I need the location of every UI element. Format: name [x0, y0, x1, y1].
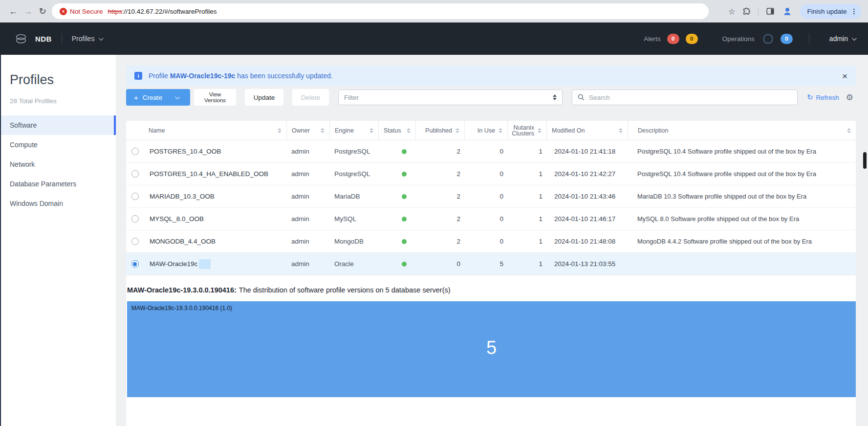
create-button[interactable]: + Create	[126, 89, 190, 106]
header-in-use[interactable]: In Use	[464, 121, 507, 140]
sort-icon[interactable]	[499, 128, 502, 133]
row-radio[interactable]	[131, 170, 139, 178]
alerts-critical-badge[interactable]: 0	[667, 34, 679, 44]
browser-profile-avatar[interactable]	[782, 6, 793, 17]
scrollbar-thumb[interactable]	[863, 152, 867, 169]
table-row[interactable]: POSTGRES_10.4_HA_ENABLED_OOB admin Postg…	[126, 163, 856, 185]
address-bar[interactable]: × Not Secure https://10.42.67.22/#/softw…	[52, 3, 709, 19]
side-panel-icon[interactable]	[766, 7, 775, 16]
description-cell: MongoDB 4.4.2 Software profile shipped o…	[628, 230, 856, 252]
update-button[interactable]: Update	[245, 89, 283, 106]
modified-on-cell: 2024-01-10 21:41:18	[546, 140, 628, 162]
browser-back-icon[interactable]: ←	[6, 6, 21, 17]
delete-button[interactable]: Delete	[292, 89, 329, 106]
view-versions-button[interactable]: View Versions	[194, 89, 236, 106]
engine-cell: PostgreSQL	[329, 163, 378, 185]
banner-close-icon[interactable]: ×	[842, 71, 847, 81]
row-radio[interactable]	[131, 238, 139, 245]
sidebar-item-compute[interactable]: Compute	[0, 135, 116, 155]
row-radio[interactable]	[131, 260, 139, 268]
sidebar-item-windows-domain[interactable]: Windows Domain	[0, 194, 116, 213]
banner-prefix: Profile	[149, 72, 168, 80]
status-dot	[402, 239, 407, 244]
user-menu[interactable]: admin	[829, 35, 855, 43]
navbar-divider	[62, 33, 62, 44]
name-cell: POSTGRES_10.4_OOB	[144, 140, 286, 162]
table-row[interactable]: POSTGRES_10.4_OOB admin PostgreSQL 2 0 1…	[126, 140, 856, 163]
app-navbar: NDB Profiles Alerts 0 0 Operations 0 adm…	[0, 22, 868, 55]
not-secure-chip[interactable]: × Not Secure	[60, 8, 103, 15]
operations-badge[interactable]: 0	[781, 34, 793, 44]
profile-name: MYSQL_8.0_OOB	[150, 215, 204, 223]
name-cell: MARIADB_10.3_OOB	[144, 185, 286, 207]
name-cell: MAW-Oracle19c	[144, 253, 286, 275]
sidebar-item-label: Network	[10, 160, 35, 168]
profile-name: MONGODB_4.4_OOB	[150, 238, 216, 245]
status-cell	[378, 140, 415, 162]
chevron-down-icon	[852, 36, 857, 41]
sort-icon[interactable]	[369, 128, 373, 133]
filter-select[interactable]: Filter	[338, 90, 563, 105]
row-radio[interactable]	[131, 215, 139, 223]
table-row[interactable]: MONGODB_4.4_OOB admin MongoDB 2 0 1 2024…	[126, 230, 856, 253]
table-row[interactable]: MYSQL_8.0_OOB admin MySQL 2 0 1 2024-01-…	[126, 208, 856, 230]
modified-on-cell: 2024-01-10 21:43:46	[546, 185, 628, 207]
extensions-icon[interactable]	[742, 7, 751, 16]
view-versions-line2: Versions	[204, 97, 226, 103]
browser-reload-icon[interactable]: ↻	[35, 6, 50, 17]
sort-icon[interactable]	[847, 128, 851, 133]
chart-block-label: MAW-Oracle19c-19.3.0.0.190416 (1.0)	[131, 305, 232, 312]
status-cell	[378, 208, 415, 230]
row-radio[interactable]	[131, 148, 139, 155]
description-cell	[628, 253, 856, 275]
sort-icon[interactable]	[278, 128, 282, 133]
sort-icon[interactable]	[456, 128, 459, 133]
header-nutanix-clusters[interactable]: NutanixClusters	[507, 121, 546, 140]
table-header-row: Name Owner Engine Status Published	[126, 121, 856, 140]
row-radio[interactable]	[131, 193, 139, 200]
operations-progress-ring[interactable]	[763, 34, 773, 44]
in-use-cell: 0	[464, 185, 507, 207]
header-modified-on[interactable]: Modified On	[546, 121, 628, 140]
profiles-count: 28 Total Profiles	[0, 88, 116, 115]
browser-forward-icon[interactable]: →	[21, 6, 35, 17]
version-detail-section: MAW-Oracle19c-19.3.0.0.190416:The distri…	[126, 275, 856, 397]
profile-name: MAW-Oracle19c	[150, 260, 197, 268]
chevron-down-icon[interactable]	[175, 94, 180, 99]
alerts-warning-badge[interactable]: 0	[686, 34, 698, 44]
refresh-button[interactable]: ↻ Refresh	[807, 93, 839, 102]
sort-icon[interactable]	[321, 128, 325, 133]
bookmark-star-icon[interactable]: ☆	[728, 7, 735, 16]
description-cell: PostgreSQL 10.4 Software profile shipped…	[628, 140, 856, 162]
header-published[interactable]: Published	[415, 121, 464, 140]
sort-icon[interactable]	[619, 128, 623, 133]
gear-icon[interactable]: ⚙	[846, 92, 853, 103]
table-body: POSTGRES_10.4_OOB admin PostgreSQL 2 0 1…	[126, 140, 856, 275]
sidebar-item-software[interactable]: Software	[0, 115, 116, 135]
sidebar-item-database-parameters[interactable]: Database Parameters	[0, 174, 116, 194]
sort-icon[interactable]	[407, 128, 411, 133]
url-text: https://10.42.67.22/#/softwareProfiles	[108, 8, 217, 15]
profiles-menu[interactable]: Profiles	[72, 35, 103, 43]
sort-icon[interactable]	[538, 128, 542, 133]
select-arrows-icon	[553, 94, 557, 100]
banner-suffix: has been successfully updated.	[237, 72, 332, 80]
chrome-menu-icon[interactable]: ⋮	[851, 7, 858, 15]
view-versions-line1: View	[209, 91, 221, 97]
finish-update-button[interactable]: Finish update ⋮	[800, 4, 861, 19]
profile-name: POSTGRES_10.4_HA_ENABLED_OOB	[150, 170, 268, 178]
clusters-cell: 1	[507, 208, 546, 230]
table-row[interactable]: MAW-Oracle19c admin Oracle 0 5 1 2024-01…	[126, 253, 856, 275]
table-row[interactable]: MARIADB_10.3_OOB admin MariaDB 2 0 1 202…	[126, 185, 856, 208]
modified-on-cell: 2024-01-10 21:48:08	[546, 230, 628, 252]
header-description[interactable]: Description	[628, 121, 856, 140]
header-status[interactable]: Status	[378, 121, 415, 140]
version-distribution-chart[interactable]: MAW-Oracle19c-19.3.0.0.190416 (1.0) 5	[127, 301, 856, 397]
profile-name: POSTGRES_10.4_OOB	[150, 148, 221, 155]
header-owner[interactable]: Owner	[286, 121, 329, 140]
search-input[interactable]: Search	[572, 90, 798, 105]
sidebar-item-network[interactable]: Network	[0, 155, 116, 174]
header-name[interactable]: Name	[144, 121, 286, 140]
header-engine[interactable]: Engine	[329, 121, 378, 140]
version-summary: MAW-Oracle19c-19.3.0.0.190416:The distri…	[127, 286, 856, 294]
